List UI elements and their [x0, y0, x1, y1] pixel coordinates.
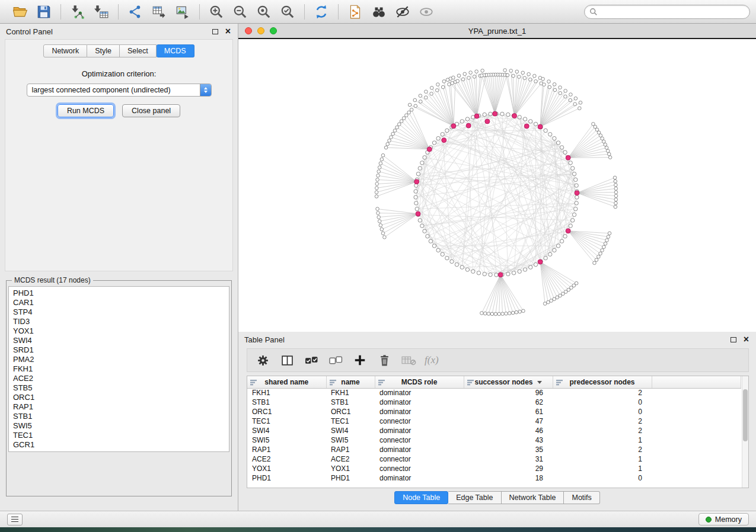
tab-node-table[interactable]: Node Table — [394, 491, 448, 504]
sort-icon[interactable] — [556, 379, 563, 387]
network-canvas[interactable] — [238, 38, 756, 332]
table-row[interactable]: PHD1PHD1dominator180 — [247, 473, 741, 483]
column-header-successor-nodes[interactable]: successor nodes — [464, 376, 553, 388]
mcds-result-item[interactable]: ACE2 — [13, 374, 225, 383]
import-network-button[interactable] — [67, 2, 88, 21]
table-scrollbar[interactable] — [742, 376, 748, 488]
table-settings-button[interactable] — [253, 351, 272, 369]
mcds-result-item[interactable]: FKH1 — [13, 364, 225, 374]
toolbar-separator — [304, 4, 305, 20]
chevron-down-icon — [537, 381, 542, 384]
tab-network[interactable]: Network — [43, 44, 87, 57]
refresh-button[interactable] — [311, 2, 332, 21]
sort-icon[interactable] — [250, 379, 257, 387]
mcds-result-item[interactable]: PHD1 — [13, 289, 225, 298]
tab-mcds[interactable]: MCDS — [157, 44, 194, 57]
status-menu-button[interactable] — [7, 514, 23, 525]
network-graph[interactable] — [238, 39, 755, 332]
table-row[interactable]: ACE2ACE2connector311 — [247, 454, 741, 464]
run-mcds-button[interactable]: Run MCDS — [58, 104, 114, 117]
delete-column-button[interactable] — [375, 351, 394, 369]
maximize-window-icon[interactable] — [270, 27, 277, 34]
tab-select[interactable]: Select — [120, 44, 157, 57]
cell-shared_name: FKH1 — [247, 388, 326, 398]
add-column-button[interactable] — [350, 351, 369, 369]
export-network-button[interactable] — [125, 2, 146, 21]
search-box[interactable] — [584, 5, 750, 19]
tab-edge-table[interactable]: Edge Table — [448, 491, 501, 504]
share-document-button[interactable] — [344, 2, 366, 21]
mcds-result-item[interactable]: TID3 — [13, 317, 225, 326]
memory-button[interactable]: Memory — [698, 513, 749, 525]
optimization-criterion-value: largest connected component (undirected) — [27, 86, 200, 94]
float-window-icon[interactable] — [731, 337, 736, 342]
float-window-icon[interactable] — [212, 29, 218, 34]
column-header-predecessor-nodes[interactable]: predecessor nodes — [553, 376, 652, 388]
mcds-result-item[interactable]: STP4 — [13, 307, 225, 317]
table-row[interactable]: ORC1ORC1dominator610 — [247, 407, 741, 416]
close-panel-button[interactable]: Close panel — [122, 104, 180, 117]
table-row[interactable]: RAP1RAP1dominator352 — [247, 445, 741, 454]
unselect-all-columns-button[interactable] — [326, 351, 345, 369]
tab-network-table[interactable]: Network Table — [502, 491, 564, 504]
mcds-result-item[interactable]: SWI4 — [13, 336, 225, 345]
table-row[interactable]: STB1STB1dominator620 — [247, 398, 741, 407]
close-window-icon[interactable] — [245, 27, 252, 34]
mcds-result-list[interactable]: PHD1CAR1STP4TID3YOX1SWI4SRD1PMA2FKH1ACE2… — [8, 286, 229, 452]
mcds-result-item[interactable]: ORC1 — [13, 393, 225, 402]
sort-icon[interactable] — [330, 379, 336, 387]
zoom-fit-button[interactable] — [253, 2, 275, 21]
cell-predecessors: 1 — [553, 454, 652, 464]
zoom-selected-button[interactable] — [277, 2, 298, 21]
cell-successors: 96 — [464, 388, 553, 398]
close-panel-icon[interactable]: × — [225, 27, 231, 36]
mcds-result-item[interactable]: STB5 — [13, 383, 225, 393]
search-input[interactable] — [601, 8, 745, 16]
mcds-result-item[interactable]: GCR1 — [13, 440, 225, 450]
find-button[interactable] — [368, 2, 390, 21]
mcds-result-group: MCDS result (17 nodes) PHD1CAR1STP4TID3Y… — [6, 276, 232, 496]
zoom-out-button[interactable] — [229, 2, 251, 21]
mcds-result-item[interactable]: SWI5 — [13, 421, 225, 431]
column-header-name[interactable]: name — [326, 376, 375, 388]
show-graphics-button[interactable] — [416, 2, 437, 21]
export-group — [121, 2, 197, 21]
import-table-button[interactable] — [91, 2, 112, 21]
sort-icon[interactable] — [467, 379, 474, 387]
desktop-wallpaper-strip — [0, 527, 756, 532]
view-group — [341, 2, 441, 21]
cell-successors: 61 — [464, 407, 553, 416]
mcds-result-item[interactable]: YOX1 — [13, 326, 225, 336]
mcds-result-item[interactable]: RAP1 — [13, 402, 225, 412]
table-row[interactable]: FKH1FKH1dominator962 — [247, 388, 741, 398]
mcds-result-item[interactable]: PMA2 — [13, 355, 225, 364]
network-titlebar[interactable]: YPA_prune.txt_1 — [238, 24, 756, 38]
column-header-mcds-role[interactable]: MCDS role — [375, 376, 464, 388]
optimization-criterion-select[interactable]: largest connected component (undirected) — [27, 84, 212, 97]
minimize-window-icon[interactable] — [257, 27, 264, 34]
close-panel-icon[interactable]: × — [744, 335, 749, 344]
export-table-button[interactable] — [148, 2, 170, 21]
cell-successors: 29 — [464, 464, 553, 473]
tab-style[interactable]: Style — [87, 44, 120, 57]
table-row[interactable]: TEC1TEC1connector472 — [247, 416, 741, 426]
table-row[interactable]: SWI5SWI5connector431 — [247, 435, 741, 445]
table-row[interactable]: YOX1YOX1connector291 — [247, 464, 741, 473]
tab-motifs[interactable]: Motifs — [564, 491, 599, 504]
mcds-result-item[interactable]: CAR1 — [13, 298, 225, 307]
zoom-in-button[interactable] — [206, 2, 227, 21]
mcds-result-item[interactable]: TEC1 — [13, 431, 225, 440]
sort-icon[interactable] — [378, 379, 385, 387]
mcds-result-item[interactable]: SRD1 — [13, 345, 225, 355]
column-header-shared-name[interactable]: shared name — [247, 376, 326, 388]
cell-predecessors: 0 — [553, 473, 652, 483]
mcds-result-item[interactable]: STB1 — [13, 412, 225, 421]
select-all-columns-button[interactable] — [302, 351, 321, 369]
save-session-button[interactable] — [33, 2, 55, 21]
table-row[interactable]: SWI4SWI4dominator462 — [247, 426, 741, 435]
export-image-button[interactable] — [172, 2, 193, 21]
split-columns-button[interactable] — [277, 351, 296, 369]
scrollbar-thumb[interactable] — [743, 389, 748, 441]
hide-graphics-button[interactable] — [392, 2, 413, 21]
open-file-button[interactable] — [9, 2, 31, 21]
